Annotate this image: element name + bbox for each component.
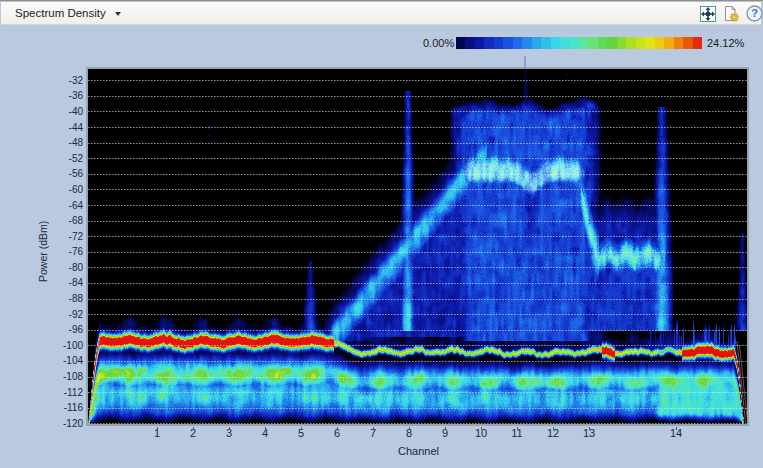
svg-text:?: ? xyxy=(751,7,758,19)
